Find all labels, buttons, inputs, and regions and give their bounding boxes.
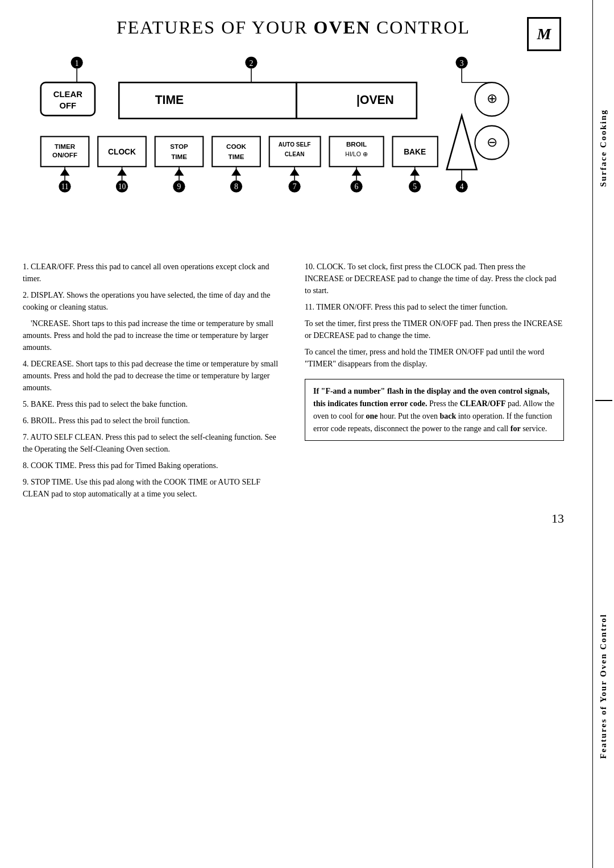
svg-text:TIME: TIME — [229, 153, 244, 160]
side-tab-bottom-text: Features of Your Oven Control — [599, 608, 608, 765]
instruction-10: 10. CLOCK. To set clock, first press the… — [305, 261, 564, 297]
error-box: If "F-and a number" flash in the display… — [305, 379, 564, 441]
svg-text:6: 6 — [355, 182, 359, 191]
svg-text:9: 9 — [177, 182, 181, 191]
svg-rect-30 — [155, 136, 204, 166]
instruction-8: 8. COOK TIME. Press this pad for Timed B… — [23, 460, 282, 471]
instructions-left: 1. CLEAR/OFF. Press this pad to cancel a… — [23, 261, 282, 500]
svg-text:|OVEN: |OVEN — [356, 93, 394, 107]
svg-text:BAKE: BAKE — [404, 148, 426, 156]
instruction-2: 2. DISPLAY. Shows the operations you hav… — [23, 289, 282, 313]
svg-text:STOP: STOP — [170, 143, 188, 150]
page-title: FEATURES OF YOUR OVEN CONTROL — [23, 17, 564, 38]
svg-text:AUTO SELF: AUTO SELF — [279, 141, 311, 148]
instruction-5: 5. BAKE. Press this pad to select the ba… — [23, 398, 282, 410]
instructions-right: 10. CLOCK. To set clock, first press the… — [305, 261, 564, 500]
instruction-11-detail1: To set the timer, first press the TIMER … — [305, 318, 564, 341]
logo-text: M — [537, 25, 551, 43]
svg-text:CLOCK: CLOCK — [108, 148, 136, 156]
error-box-text: If "F-and a number" flash in the display… — [313, 385, 555, 435]
svg-text:10: 10 — [118, 182, 126, 191]
control-diagram: 1 2 3 CLEAR OFF TIME | — [23, 49, 564, 244]
svg-text:4: 4 — [460, 182, 464, 191]
svg-text:HI/LO ⊕: HI/LO ⊕ — [345, 151, 368, 157]
svg-text:2: 2 — [250, 59, 254, 68]
instructions-section: 1. CLEAR/OFF. Press this pad to cancel a… — [23, 261, 564, 500]
svg-text:TIMER: TIMER — [55, 143, 76, 150]
svg-text:11: 11 — [61, 182, 68, 191]
instruction-1: 1. CLEAR/OFF. Press this pad to cancel a… — [23, 261, 282, 285]
svg-text:CLEAR: CLEAR — [53, 90, 82, 99]
instruction-9: 9. STOP TIME. Use this pad along with th… — [23, 476, 282, 500]
instruction-11-detail2: To cancel the timer, press and hold the … — [305, 346, 564, 370]
svg-text:8: 8 — [234, 182, 238, 191]
page-number: 13 — [23, 511, 564, 526]
svg-text:7: 7 — [293, 182, 297, 191]
title-part1: FEATURES OF YOUR — [117, 17, 314, 37]
svg-text:5: 5 — [413, 182, 417, 191]
side-tab: Surface Cooking Features of Your Oven Co… — [592, 0, 614, 868]
side-divider — [595, 400, 612, 401]
title-part2: CONTROL — [371, 17, 470, 37]
svg-text:TIME: TIME — [155, 93, 184, 106]
svg-marker-49 — [447, 115, 477, 169]
svg-text:3: 3 — [460, 59, 464, 68]
side-tab-top-text: Surface Cooking — [599, 103, 608, 193]
instruction-4: 4. DECREASE. Short taps to this pad decr… — [23, 358, 282, 394]
instruction-3: 'NCREASE. Short taps to this pad increas… — [23, 318, 282, 353]
svg-text:COOK: COOK — [226, 143, 246, 150]
instruction-6: 6. BROIL. Press this pad to select the b… — [23, 415, 282, 427]
title-bold: OVEN — [314, 17, 371, 37]
brand-logo: M — [527, 17, 561, 51]
instruction-7: 7. AUTO SELF CLEAN. Press this pad to se… — [23, 431, 282, 455]
instruction-11: 11. TIMER ON/OFF. Press this pad to sele… — [305, 301, 564, 313]
svg-text:ON/OFF: ON/OFF — [52, 151, 77, 158]
svg-text:BROIL: BROIL — [346, 140, 367, 148]
svg-rect-34 — [212, 136, 260, 166]
svg-text:OFF: OFF — [60, 101, 77, 110]
svg-text:⊕: ⊕ — [487, 91, 497, 106]
svg-text:TIME: TIME — [171, 153, 187, 160]
svg-rect-6 — [41, 82, 95, 115]
svg-text:⊖: ⊖ — [487, 135, 497, 149]
svg-text:1: 1 — [75, 59, 79, 68]
svg-rect-10 — [119, 82, 296, 118]
svg-text:CLEAN: CLEAN — [285, 151, 305, 157]
